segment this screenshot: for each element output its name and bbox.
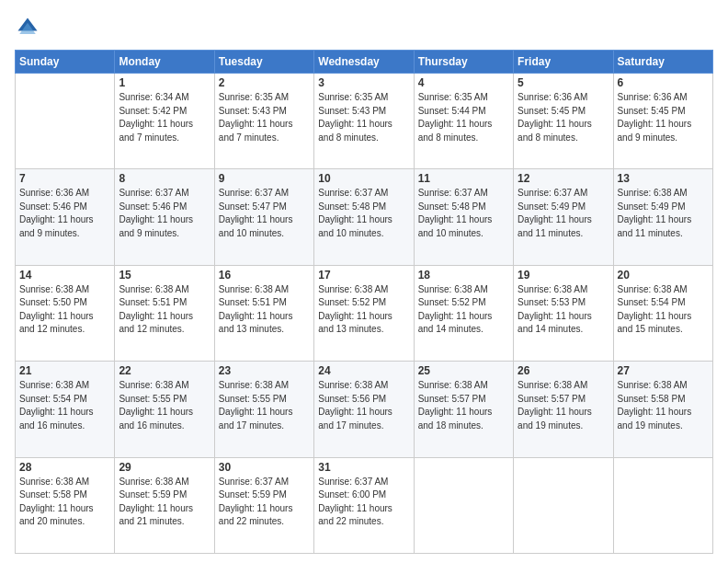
day-number: 16 <box>219 269 310 282</box>
day-info: Sunrise: 6:38 AMSunset: 5:58 PMDaylight:… <box>19 476 110 529</box>
calendar-cell: 24Sunrise: 6:38 AMSunset: 5:56 PMDayligh… <box>314 362 414 457</box>
calendar-cell: 10Sunrise: 6:37 AMSunset: 5:48 PMDayligh… <box>314 169 414 265</box>
day-number: 10 <box>318 172 409 185</box>
day-info: Sunrise: 6:35 AMSunset: 5:43 PMDaylight:… <box>219 91 310 144</box>
day-number: 27 <box>618 364 709 377</box>
calendar-cell: 27Sunrise: 6:38 AMSunset: 5:58 PMDayligh… <box>613 362 712 457</box>
day-number: 8 <box>119 172 210 185</box>
calendar-cell: 3Sunrise: 6:35 AMSunset: 5:43 PMDaylight… <box>314 74 414 169</box>
day-number: 18 <box>418 269 509 282</box>
day-info: Sunrise: 6:37 AMSunset: 5:59 PMDaylight:… <box>219 476 310 529</box>
calendar-table: SundayMondayTuesdayWednesdayThursdayFrid… <box>15 50 713 554</box>
day-number: 14 <box>19 269 110 282</box>
calendar-week-1: 1Sunrise: 6:34 AMSunset: 5:42 PMDaylight… <box>16 74 713 169</box>
day-number: 26 <box>518 364 609 377</box>
day-info: Sunrise: 6:36 AMSunset: 5:45 PMDaylight:… <box>618 91 709 144</box>
day-number: 22 <box>119 364 210 377</box>
day-number: 6 <box>618 76 709 89</box>
calendar-header: SundayMondayTuesdayWednesdayThursdayFrid… <box>16 51 713 74</box>
calendar-cell: 23Sunrise: 6:38 AMSunset: 5:55 PMDayligh… <box>214 362 313 457</box>
day-number: 21 <box>19 364 110 377</box>
day-info: Sunrise: 6:35 AMSunset: 5:43 PMDaylight:… <box>318 91 409 144</box>
calendar-cell: 22Sunrise: 6:38 AMSunset: 5:55 PMDayligh… <box>115 362 214 457</box>
day-number: 15 <box>119 269 210 282</box>
day-number: 7 <box>19 172 110 185</box>
calendar-cell: 5Sunrise: 6:36 AMSunset: 5:45 PMDaylight… <box>514 74 613 169</box>
weekday-header-saturday: Saturday <box>613 51 712 74</box>
day-info: Sunrise: 6:34 AMSunset: 5:42 PMDaylight:… <box>119 91 210 144</box>
calendar-week-2: 7Sunrise: 6:36 AMSunset: 5:46 PMDaylight… <box>16 169 713 265</box>
day-info: Sunrise: 6:38 AMSunset: 5:59 PMDaylight:… <box>119 476 210 529</box>
day-number: 25 <box>418 364 509 377</box>
day-info: Sunrise: 6:37 AMSunset: 5:47 PMDaylight:… <box>219 187 310 240</box>
weekday-header-monday: Monday <box>115 51 214 74</box>
day-info: Sunrise: 6:37 AMSunset: 5:48 PMDaylight:… <box>318 187 409 240</box>
day-info: Sunrise: 6:38 AMSunset: 5:54 PMDaylight:… <box>618 283 709 337</box>
weekday-header-friday: Friday <box>514 51 613 74</box>
day-number: 29 <box>119 461 210 474</box>
day-number: 30 <box>219 461 310 474</box>
calendar-cell: 26Sunrise: 6:38 AMSunset: 5:57 PMDayligh… <box>514 362 613 457</box>
calendar-body: 1Sunrise: 6:34 AMSunset: 5:42 PMDaylight… <box>16 74 713 554</box>
calendar-cell: 18Sunrise: 6:38 AMSunset: 5:52 PMDayligh… <box>414 265 513 361</box>
weekday-row: SundayMondayTuesdayWednesdayThursdayFrid… <box>16 51 713 74</box>
day-info: Sunrise: 6:38 AMSunset: 5:52 PMDaylight:… <box>318 283 409 337</box>
day-info: Sunrise: 6:38 AMSunset: 5:58 PMDaylight:… <box>618 379 709 432</box>
calendar-cell: 21Sunrise: 6:38 AMSunset: 5:54 PMDayligh… <box>16 362 115 457</box>
weekday-header-thursday: Thursday <box>414 51 513 74</box>
calendar-cell: 25Sunrise: 6:38 AMSunset: 5:57 PMDayligh… <box>414 362 513 457</box>
day-number: 24 <box>318 364 409 377</box>
calendar-cell: 15Sunrise: 6:38 AMSunset: 5:51 PMDayligh… <box>115 265 214 361</box>
weekday-header-wednesday: Wednesday <box>314 51 414 74</box>
day-info: Sunrise: 6:37 AMSunset: 5:46 PMDaylight:… <box>119 187 210 240</box>
day-number: 5 <box>518 76 609 89</box>
calendar-week-4: 21Sunrise: 6:38 AMSunset: 5:54 PMDayligh… <box>16 362 713 457</box>
day-number: 17 <box>318 269 409 282</box>
calendar-cell <box>414 457 513 553</box>
calendar-cell: 11Sunrise: 6:37 AMSunset: 5:48 PMDayligh… <box>414 169 513 265</box>
day-info: Sunrise: 6:38 AMSunset: 5:54 PMDaylight:… <box>19 379 110 432</box>
calendar-cell: 9Sunrise: 6:37 AMSunset: 5:47 PMDaylight… <box>214 169 313 265</box>
day-info: Sunrise: 6:35 AMSunset: 5:44 PMDaylight:… <box>418 91 509 144</box>
day-number: 11 <box>418 172 509 185</box>
day-number: 2 <box>219 76 310 89</box>
day-number: 13 <box>618 172 709 185</box>
calendar-cell: 1Sunrise: 6:34 AMSunset: 5:42 PMDaylight… <box>115 74 214 169</box>
day-number: 9 <box>219 172 310 185</box>
calendar-cell <box>613 457 712 553</box>
calendar-week-5: 28Sunrise: 6:38 AMSunset: 5:58 PMDayligh… <box>16 457 713 553</box>
day-number: 31 <box>318 461 409 474</box>
weekday-header-sunday: Sunday <box>16 51 115 74</box>
day-info: Sunrise: 6:37 AMSunset: 6:00 PMDaylight:… <box>318 476 409 529</box>
calendar-cell: 7Sunrise: 6:36 AMSunset: 5:46 PMDaylight… <box>16 169 115 265</box>
day-info: Sunrise: 6:36 AMSunset: 5:45 PMDaylight:… <box>518 91 609 144</box>
day-info: Sunrise: 6:36 AMSunset: 5:46 PMDaylight:… <box>19 187 110 240</box>
calendar-cell: 31Sunrise: 6:37 AMSunset: 6:00 PMDayligh… <box>314 457 414 553</box>
day-info: Sunrise: 6:38 AMSunset: 5:57 PMDaylight:… <box>418 379 509 432</box>
day-info: Sunrise: 6:38 AMSunset: 5:55 PMDaylight:… <box>219 379 310 432</box>
day-number: 19 <box>518 269 609 282</box>
day-number: 1 <box>119 76 210 89</box>
calendar-cell: 8Sunrise: 6:37 AMSunset: 5:46 PMDaylight… <box>115 169 214 265</box>
day-info: Sunrise: 6:38 AMSunset: 5:49 PMDaylight:… <box>618 187 709 240</box>
day-info: Sunrise: 6:38 AMSunset: 5:55 PMDaylight:… <box>119 379 210 432</box>
calendar-cell: 14Sunrise: 6:38 AMSunset: 5:50 PMDayligh… <box>16 265 115 361</box>
header <box>15 15 713 40</box>
calendar-cell: 29Sunrise: 6:38 AMSunset: 5:59 PMDayligh… <box>115 457 214 553</box>
calendar-cell: 16Sunrise: 6:38 AMSunset: 5:51 PMDayligh… <box>214 265 313 361</box>
calendar-cell: 28Sunrise: 6:38 AMSunset: 5:58 PMDayligh… <box>16 457 115 553</box>
calendar-cell: 2Sunrise: 6:35 AMSunset: 5:43 PMDaylight… <box>214 74 313 169</box>
calendar-cell: 4Sunrise: 6:35 AMSunset: 5:44 PMDaylight… <box>414 74 513 169</box>
calendar-cell: 20Sunrise: 6:38 AMSunset: 5:54 PMDayligh… <box>613 265 712 361</box>
calendar-cell: 19Sunrise: 6:38 AMSunset: 5:53 PMDayligh… <box>514 265 613 361</box>
calendar-cell: 30Sunrise: 6:37 AMSunset: 5:59 PMDayligh… <box>214 457 313 553</box>
calendar-cell: 13Sunrise: 6:38 AMSunset: 5:49 PMDayligh… <box>613 169 712 265</box>
day-number: 3 <box>318 76 409 89</box>
day-number: 28 <box>19 461 110 474</box>
page: SundayMondayTuesdayWednesdayThursdayFrid… <box>0 0 728 563</box>
logo <box>15 15 44 40</box>
calendar-cell: 6Sunrise: 6:36 AMSunset: 5:45 PMDaylight… <box>613 74 712 169</box>
day-info: Sunrise: 6:38 AMSunset: 5:51 PMDaylight:… <box>119 283 210 337</box>
logo-icon <box>15 15 40 40</box>
day-info: Sunrise: 6:38 AMSunset: 5:51 PMDaylight:… <box>219 283 310 337</box>
